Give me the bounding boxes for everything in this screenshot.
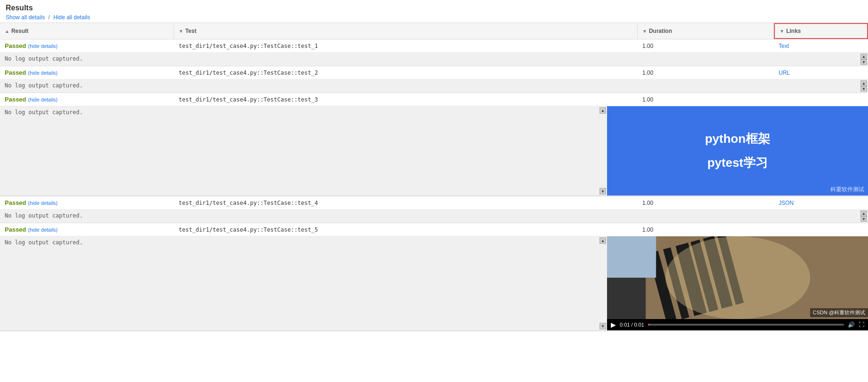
video-thumbnail-5 — [607, 236, 868, 319]
log-section-3: No log output captured. ▲ ▼ — [0, 106, 607, 195]
table-row: Passed (hide details) test_dir1/test_cas… — [0, 223, 868, 236]
link-value-1[interactable]: Text — [779, 43, 789, 49]
th-duration-sort-icon: ▼ — [642, 29, 647, 34]
results-header: Results Show all details / Hide all deta… — [0, 0, 868, 23]
table-row: Passed (hide details) test_dir1/test_cas… — [0, 93, 868, 106]
log-scroll-5: ▲ ▼ — [599, 236, 607, 330]
cell-duration-5: 1.00 — [638, 224, 774, 236]
duration-value-5: 1.00 — [642, 226, 653, 233]
cell-result-5: Passed (hide details) — [0, 223, 174, 236]
scroll-down-btn-1[interactable]: ▼ — [860, 59, 867, 65]
duration-value-2: 1.00 — [642, 70, 653, 76]
cell-test-2: test_dir1/test_case4.py::TestCase::test_… — [174, 67, 638, 79]
log-scrollbar-2: ▲ ▼ — [860, 79, 868, 93]
progress-bar-5[interactable] — [648, 324, 844, 326]
test-group-3: Passed (hide details) test_dir1/test_cas… — [0, 93, 868, 196]
svg-rect-7 — [607, 236, 656, 278]
svg-point-9 — [665, 236, 810, 319]
th-test-sort-icon: ▼ — [179, 29, 183, 34]
scroll-up-btn-5[interactable]: ▲ — [600, 237, 606, 244]
th-links-label: Links — [786, 28, 801, 34]
cell-result-4: Passed (hide details) — [0, 196, 174, 209]
cell-test-3: test_dir1/test_case4.py::TestCase::test_… — [174, 94, 638, 106]
log-row-4: No log output captured. ▲ ▼ — [0, 210, 868, 223]
scroll-down-btn-4[interactable]: ▼ — [860, 216, 867, 222]
passed-label-3: Passed — [5, 96, 26, 103]
scroll-up-btn-2[interactable]: ▲ — [860, 80, 867, 86]
table-row: Passed (hide details) test_dir1/test_cas… — [0, 196, 868, 210]
cell-result-3: Passed (hide details) — [0, 93, 174, 106]
log-text-2: No log output captured. — [5, 82, 83, 89]
th-test[interactable]: ▼ Test — [174, 23, 638, 39]
scroll-up-btn-3[interactable]: ▲ — [600, 107, 606, 114]
cell-links-2: URL — [774, 67, 868, 79]
cell-links-4: JSON — [774, 197, 868, 209]
cell-duration-2: 1.00 — [638, 67, 774, 79]
scroll-up-btn-1[interactable]: ▲ — [860, 54, 867, 59]
th-result-label: Result — [11, 28, 29, 34]
log-ad-row-3: No log output captured. ▲ ▼ python框架 pyt… — [0, 106, 868, 196]
volume-button-5[interactable]: 🔊 — [848, 321, 855, 328]
video-time-5: 0:01 / 0:01 — [620, 322, 644, 327]
page-container: Results Show all details / Hide all deta… — [0, 0, 868, 382]
log-text-5: No log output captured. — [5, 239, 83, 246]
log-content-4: No log output captured. — [0, 210, 868, 223]
hide-details-link-3[interactable]: (hide details) — [28, 97, 58, 102]
cell-test-4: test_dir1/test_case4.py::TestCase::test_… — [174, 197, 638, 209]
zebra-svg — [607, 236, 868, 319]
svg-rect-8 — [607, 278, 646, 319]
th-result[interactable]: ▲ Result — [0, 23, 174, 39]
hide-details-link-5[interactable]: (hide details) — [28, 227, 58, 233]
log-text-area-5: No log output captured. — [0, 236, 607, 319]
ad-footer-3: 科重软件测试 — [830, 186, 864, 194]
cell-duration-1: 1.00 — [638, 40, 774, 52]
table-row: Passed (hide details) test_dir1/test_cas… — [0, 66, 868, 79]
progress-fill-5 — [648, 324, 650, 326]
fullscreen-button-5[interactable]: ⛶ — [859, 321, 864, 328]
scroll-down-btn-5[interactable]: ▼ — [600, 323, 606, 329]
hide-details-link-4[interactable]: (hide details) — [28, 200, 58, 206]
cell-result-1: Passed (hide details) — [0, 39, 174, 52]
passed-label-5: Passed — [5, 226, 26, 233]
sort-asc-icon: ▲ — [5, 29, 9, 34]
page-title: Results — [6, 4, 862, 12]
cell-test-1: test_dir1/test_case4.py::TestCase::test_… — [174, 40, 638, 52]
th-test-label: Test — [185, 28, 197, 34]
log-ad-row-5: No log output captured. ▲ ▼ — [0, 236, 868, 331]
link-value-4[interactable]: JSON — [779, 200, 794, 206]
log-row-2: No log output captured. ▲ ▼ — [0, 79, 868, 93]
table-header: ▲ Result ▼ Test ▼ Duration ▼ Links — [0, 23, 868, 39]
log-section-5: No log output captured. ▲ ▼ — [0, 236, 607, 330]
log-content-2: No log output captured. — [0, 79, 868, 93]
table-row: Passed (hide details) test_dir1/test_cas… — [0, 39, 868, 53]
hide-all-details-link[interactable]: Hide all details — [53, 14, 90, 21]
test-group-4: Passed (hide details) test_dir1/test_cas… — [0, 196, 868, 223]
test-group-1: Passed (hide details) test_dir1/test_cas… — [0, 39, 868, 66]
passed-label-1: Passed — [5, 42, 26, 49]
log-scroll-3: ▲ ▼ — [599, 106, 607, 195]
log-scrollbar-1: ▲ ▼ — [860, 53, 868, 66]
duration-value-1: 1.00 — [642, 43, 653, 49]
th-duration[interactable]: ▼ Duration — [638, 23, 774, 39]
test-group-2: Passed (hide details) test_dir1/test_cas… — [0, 66, 868, 93]
log-text-1: No log output captured. — [5, 55, 83, 62]
show-all-details-link[interactable]: Show all details — [6, 14, 45, 21]
log-text-4: No log output captured. — [5, 212, 83, 219]
scroll-down-btn-3[interactable]: ▼ — [600, 188, 606, 195]
hide-details-link-2[interactable]: (hide details) — [28, 70, 58, 76]
hide-details-link-1[interactable]: (hide details) — [28, 43, 58, 49]
ad-panel-3: python框架 pytest学习 科重软件测试 — [607, 106, 868, 195]
play-button-5[interactable]: ▶ — [611, 321, 616, 328]
scroll-up-btn-4[interactable]: ▲ — [860, 210, 867, 216]
th-links[interactable]: ▼ Links — [774, 23, 868, 39]
passed-label-2: Passed — [5, 69, 26, 76]
link-value-2[interactable]: URL — [779, 70, 790, 76]
cell-links-5 — [774, 227, 868, 233]
video-panel-5: ▶ 0:01 / 0:01 🔊 ⛶ CSDN @科重软件测试 — [607, 236, 868, 330]
duration-value-4: 1.00 — [642, 200, 653, 206]
log-content-1: No log output captured. — [0, 53, 868, 66]
cell-links-3 — [774, 97, 868, 102]
log-text-3: No log output captured. — [5, 109, 83, 116]
scroll-down-btn-2[interactable]: ▼ — [860, 86, 867, 92]
log-row-1: No log output captured. ▲ ▼ — [0, 53, 868, 66]
